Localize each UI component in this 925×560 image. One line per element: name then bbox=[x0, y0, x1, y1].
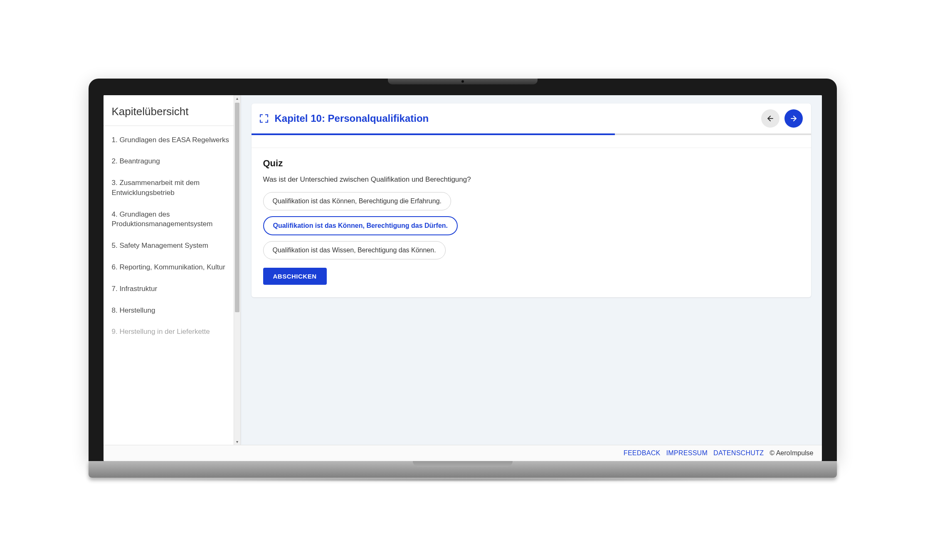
sidebar-item-4[interactable]: 4. Grundlagen des Produktionsmanagements… bbox=[104, 204, 240, 235]
laptop-shadow bbox=[118, 478, 807, 482]
nav-buttons bbox=[761, 109, 803, 128]
sidebar-list[interactable]: 1. Grundlagen des EASA Regelwerks 2. Bea… bbox=[104, 126, 240, 445]
scroll-down-arrow-icon[interactable]: ▾ bbox=[236, 439, 238, 444]
footer-copyright: © AeroImpulse bbox=[770, 449, 813, 457]
sidebar: Kapitelübersicht 1. Grundlagen des EASA … bbox=[104, 95, 241, 445]
laptop-camera bbox=[461, 80, 464, 83]
footer: FEEDBACK IMPRESSUM DATENSCHUTZ © AeroImp… bbox=[104, 445, 822, 461]
sidebar-header: Kapitelübersicht bbox=[104, 95, 240, 126]
sidebar-item-2[interactable]: 2. Beantragung bbox=[104, 150, 240, 172]
scrollbar-thumb[interactable] bbox=[235, 103, 239, 313]
scroll-up-arrow-icon[interactable]: ▴ bbox=[236, 96, 238, 101]
quiz-title: Quiz bbox=[263, 158, 799, 169]
quiz-option-1[interactable]: Qualifikation ist das Können, Berechtigu… bbox=[263, 192, 451, 210]
fullscreen-icon[interactable] bbox=[260, 114, 268, 123]
sidebar-item-8[interactable]: 8. Herstellung bbox=[104, 300, 240, 321]
next-button[interactable] bbox=[784, 109, 803, 128]
laptop-bezel: Kapitelübersicht 1. Grundlagen des EASA … bbox=[89, 79, 837, 461]
main-area: Kapitel 10: Personalqualifikation bbox=[241, 95, 822, 445]
app-container: Kapitelübersicht 1. Grundlagen des EASA … bbox=[104, 95, 822, 445]
chapter-title: Kapitel 10: Personalqualifikation bbox=[275, 113, 755, 124]
sidebar-item-6[interactable]: 6. Reporting, Kommunikation, Kultur bbox=[104, 257, 240, 278]
arrow-left-icon bbox=[766, 114, 775, 123]
progress-bar bbox=[252, 133, 811, 135]
quiz-option-2[interactable]: Qualifikation ist das Können, Berechtigu… bbox=[263, 216, 458, 235]
sidebar-item-9[interactable]: 9. Herstellung in der Lieferkette bbox=[104, 321, 240, 343]
submit-button[interactable]: ABSCHICKEN bbox=[263, 268, 327, 285]
quiz-question: Was ist der Unterschied zwischen Qualifi… bbox=[263, 175, 799, 184]
content-card: Kapitel 10: Personalqualifikation bbox=[252, 104, 811, 297]
sidebar-title: Kapitelübersicht bbox=[112, 105, 232, 118]
laptop-notch bbox=[388, 79, 538, 84]
progress-fill bbox=[252, 133, 615, 135]
quiz-section: Quiz Was ist der Unterschied zwischen Qu… bbox=[252, 148, 811, 297]
previous-button[interactable] bbox=[761, 109, 779, 128]
laptop-base bbox=[89, 461, 837, 478]
sidebar-item-1[interactable]: 1. Grundlagen des EASA Regelwerks bbox=[104, 129, 240, 151]
arrow-right-icon bbox=[789, 114, 798, 123]
sidebar-item-5[interactable]: 5. Safety Management System bbox=[104, 235, 240, 257]
app-screen: Kapitelübersicht 1. Grundlagen des EASA … bbox=[104, 95, 822, 461]
sidebar-item-7[interactable]: 7. Infrastruktur bbox=[104, 278, 240, 300]
sidebar-scrollbar[interactable]: ▴ ▾ bbox=[234, 95, 240, 445]
quiz-option-3[interactable]: Qualifikation ist das Wissen, Berechtigu… bbox=[263, 241, 446, 259]
sidebar-item-3[interactable]: 3. Zusammenarbeit mit dem Entwicklungsbe… bbox=[104, 172, 240, 204]
laptop-mockup: Kapitelübersicht 1. Grundlagen des EASA … bbox=[89, 79, 837, 482]
quiz-options: Qualifikation ist das Können, Berechtigu… bbox=[263, 192, 799, 259]
footer-link-feedback[interactable]: FEEDBACK bbox=[624, 449, 661, 457]
content-header: Kapitel 10: Personalqualifikation bbox=[252, 104, 811, 133]
footer-link-impressum[interactable]: IMPRESSUM bbox=[666, 449, 708, 457]
footer-link-datenschutz[interactable]: DATENSCHUTZ bbox=[713, 449, 764, 457]
